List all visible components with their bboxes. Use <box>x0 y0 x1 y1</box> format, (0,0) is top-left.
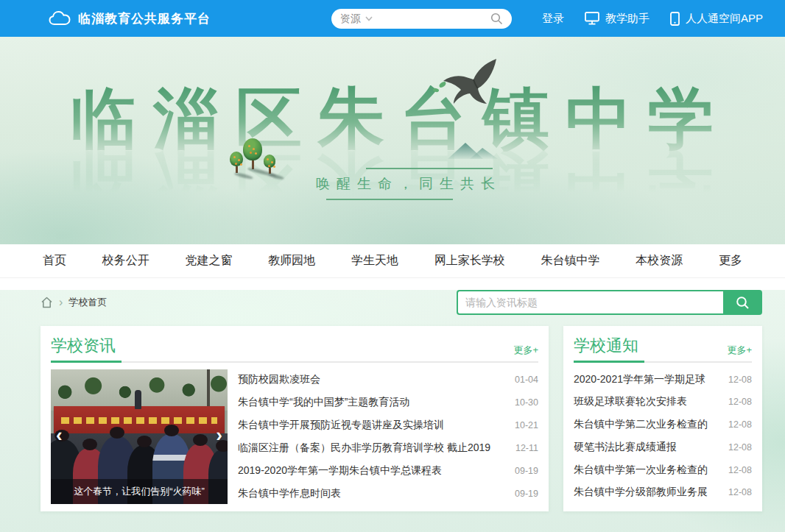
news-list-item[interactable]: 朱台镇中学“我的中国梦”主题教育活动 10-30 <box>238 393 538 411</box>
nav-item[interactable]: 本校资源 <box>636 253 683 269</box>
news-search-button[interactable] <box>723 290 762 315</box>
news-list-item[interactable]: 朱台镇中学开展预防近视专题讲座及实操培训 10-21 <box>238 416 538 434</box>
home-icon[interactable] <box>41 297 53 308</box>
monitor-icon <box>585 12 599 25</box>
notice-list-item[interactable]: 朱台镇中学分级部教师业务展 12-08 <box>574 483 752 502</box>
renrentong-app-label: 人人通空间APP <box>686 12 763 26</box>
news-search <box>457 290 762 315</box>
swallow-icon <box>442 57 499 104</box>
notices-list: 2020-2021学年第一学期足球 12-08 班级足球联赛轮次安排表 12-0… <box>574 369 752 503</box>
breadcrumb-chevron-icon: › <box>59 297 63 308</box>
cloud-logo-icon <box>49 10 71 26</box>
nav-item[interactable]: 首页 <box>43 253 66 269</box>
news-list-item[interactable]: 2019-2020学年第一学期朱台镇中学总课程表 09-19 <box>238 462 538 480</box>
teaching-assistant-link[interactable]: 教学助手 <box>585 12 650 26</box>
nav-item[interactable]: 网上家长学校 <box>434 253 505 269</box>
notices-more-link[interactable]: 更多+ <box>727 344 752 357</box>
mountain-decoration <box>448 141 499 159</box>
search-scope-label[interactable]: 资源 <box>340 13 361 26</box>
carousel-caption[interactable]: 这个春节，让我们告别“火药味” <box>51 479 228 504</box>
notice-list-item[interactable]: 朱台镇中学第一次业务检查的 12-08 <box>574 461 752 479</box>
news-list-item[interactable]: 临淄区注册（备案）民办非学历教育培训学校 截止2019 12-11 <box>238 439 538 458</box>
topbar: 临淄教育公共服务平台 资源 登录 教学助手 <box>0 0 785 37</box>
nav-item[interactable]: 朱台镇中学 <box>541 253 600 269</box>
nav-item[interactable]: 校务公开 <box>102 253 149 269</box>
notices-panel-title: 学校通知 <box>574 335 638 357</box>
slogan-line <box>326 199 453 200</box>
breadcrumb-current[interactable]: 学校首页 <box>68 296 107 309</box>
news-more-link[interactable]: 更多+ <box>513 344 538 357</box>
school-banner: 临淄区朱台镇中学 临淄区朱台镇中学 唤醒生命，同生共长 <box>0 37 785 244</box>
banner-slogan: 唤醒生命，同生共长 <box>284 168 534 200</box>
topbar-actions: 登录 教学助手 人人通空间APP <box>542 0 763 37</box>
news-list: 预防校园欺凌班会 01-04 朱台镇中学“我的中国梦”主题教育活动 10-30 … <box>238 369 538 504</box>
topbar-search[interactable]: 资源 <box>331 9 512 29</box>
content-area: › 学校首页 学校资讯 更多+ <box>0 290 785 532</box>
photo-speaker-figure <box>135 390 141 409</box>
tree-decoration <box>264 155 275 177</box>
photo-pole <box>207 369 210 408</box>
notice-list-item[interactable]: 2020-2021学年第一学期足球 12-08 <box>574 370 752 389</box>
nav-item[interactable]: 教师园地 <box>268 253 315 269</box>
login-link[interactable]: 登录 <box>542 12 564 26</box>
nav-item[interactable]: 学生天地 <box>351 253 398 269</box>
main-nav: 首页 校务公开 党建之窗 教师园地 学生天地 网上家长学校 朱台镇中学 本校资源… <box>0 244 785 278</box>
carousel-prev-button[interactable]: ‹ <box>56 425 63 444</box>
search-icon[interactable] <box>490 13 503 25</box>
tree-decoration <box>243 138 262 173</box>
news-list-item[interactable]: 预防校园欺凌班会 01-04 <box>238 370 538 389</box>
slogan-line <box>366 168 493 169</box>
notice-list-item[interactable]: 硬笔书法比赛成绩通报 12-08 <box>574 438 752 456</box>
renrentong-app-link[interactable]: 人人通空间APP <box>670 12 763 26</box>
divider <box>574 361 752 363</box>
nav-item[interactable]: 党建之窗 <box>186 253 233 269</box>
chevron-down-icon[interactable] <box>365 16 373 21</box>
school-notices-panel: 学校通知 更多+ 2020-2021学年第一学期足球 12-08 班级足球联赛轮… <box>563 326 762 511</box>
news-carousel-photo[interactable]: 这个春节，让我们告别“火药味” ‹ › <box>51 369 228 504</box>
news-panel-title: 学校资讯 <box>51 335 116 357</box>
breadcrumb: › 学校首页 <box>41 296 107 309</box>
school-name-title: 临淄区朱台镇中学 <box>0 85 785 152</box>
news-list-item[interactable]: 朱台镇中学作息时间表 09-19 <box>238 485 538 503</box>
tree-decoration <box>230 152 243 177</box>
photo-red-banner <box>54 406 225 436</box>
teaching-assistant-label: 教学助手 <box>605 12 650 26</box>
divider <box>51 361 538 363</box>
phone-icon <box>670 12 680 26</box>
news-search-input[interactable] <box>457 290 723 315</box>
platform-title: 临淄教育公共服务平台 <box>78 10 211 27</box>
school-news-panel: 学校资讯 更多+ <box>41 326 549 511</box>
notice-list-item[interactable]: 班级足球联赛轮次安排表 12-08 <box>574 393 752 411</box>
notice-list-item[interactable]: 朱台镇中学第二次业务检查的 12-08 <box>574 416 752 434</box>
brand: 临淄教育公共服务平台 <box>49 0 211 37</box>
slogan-text: 唤醒生命，同生共长 <box>284 174 534 194</box>
carousel-next-button[interactable]: › <box>216 425 222 444</box>
nav-item[interactable]: 更多 <box>719 253 742 269</box>
